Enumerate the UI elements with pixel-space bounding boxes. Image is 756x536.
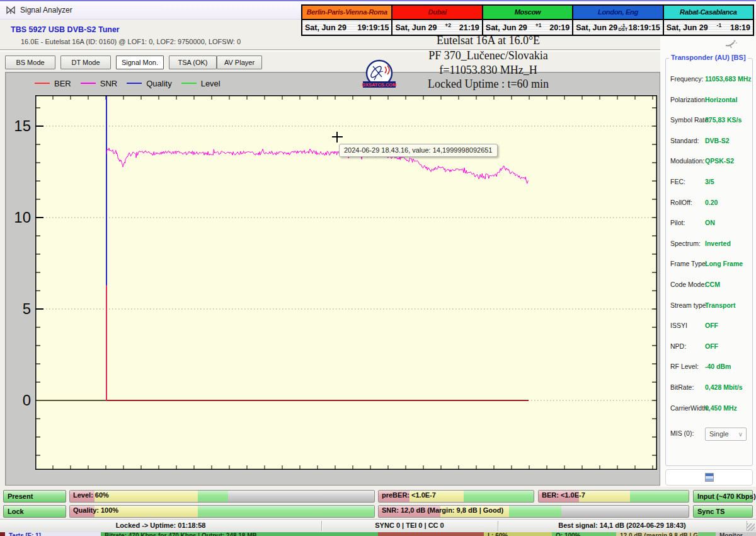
- clock-date-0: Sat, Jun 29: [305, 23, 346, 32]
- transponder-label-16: CarrierWidth:: [670, 404, 709, 412]
- resize-grip[interactable]: [747, 523, 755, 531]
- signal-analyzer-window: Signal Analyzer Berlin-Paris-Vienna-Roma…: [0, 0, 756, 536]
- meter-quality-text: Quality: 100%: [73, 506, 118, 514]
- statusbar-sync: SYNC 0 | TEI 0 | CC 0: [321, 521, 498, 529]
- transponder-label-14: RF Level:: [670, 363, 699, 370]
- meter-quality-segment-2: [198, 506, 374, 517]
- transponder-value-15: 0,428 Mbit/s: [705, 383, 743, 391]
- tab-signal-mon-[interactable]: Signal Mon.: [116, 55, 164, 69]
- transponder-value-13: OFF: [705, 342, 718, 350]
- transponder-label-2: Symbol Rate:: [670, 116, 710, 124]
- transponder-row-6: RollOff:0.20: [666, 199, 752, 211]
- transponder-value-4: QPSK-S2: [705, 157, 734, 165]
- transponder-value-3: DVB-S2: [705, 137, 730, 144]
- crosshair-cursor-v: [336, 132, 338, 143]
- clock-time-value-2: 20:19: [549, 23, 570, 32]
- clock-offset-sup-2: +1: [536, 22, 542, 28]
- clock-offset-1: +2: [437, 22, 459, 32]
- clock-city-1: Dubai: [392, 6, 481, 20]
- legend-item-ber: BER: [35, 79, 71, 88]
- clock-time-value-0: 19:19:15: [357, 23, 389, 32]
- transponder-value-5: 3/5: [705, 178, 714, 185]
- mis-dropdown[interactable]: Single ∨: [705, 428, 747, 441]
- tab-tsa-ok-[interactable]: TSA (OK): [169, 55, 217, 69]
- clock-time-2: Sat, Jun 29+120:19: [483, 20, 572, 35]
- meter-level: Level: 60%: [69, 490, 375, 503]
- badge-present: Present: [3, 490, 66, 503]
- tuner-name: TBS 5927 USB DVB-S2 Tuner: [11, 25, 120, 34]
- status-bar: Locked -> Uptime: 01:18:58 SYNC 0 | TEI …: [0, 519, 756, 532]
- meter-level-text: Level: 60%: [73, 491, 109, 499]
- stream-list-button[interactable]: [665, 469, 753, 486]
- dxsatcs-logo-text: DXSATCS.COM: [362, 82, 397, 88]
- clock-offset-sup-1: +2: [445, 22, 451, 28]
- transponder-label-11: Stream type:: [670, 301, 708, 309]
- legend-item-quality: Quality: [127, 79, 171, 88]
- transponder-value-7: ON: [705, 219, 715, 226]
- transponder-groupbox: Transponder (AU) [BS] Frequency:11053,68…: [665, 58, 753, 466]
- legend-line-level: [181, 83, 197, 84]
- transponder-label-8: Spectrum:: [670, 240, 701, 247]
- legend-line-quality: [127, 83, 142, 84]
- legend-item-snr: SNR: [81, 79, 117, 88]
- tab-dt-mode[interactable]: DT Mode: [60, 55, 111, 69]
- y-tick-label-5: 5: [7, 301, 31, 317]
- clock-time-1: Sat, Jun 29+221:19: [392, 20, 481, 35]
- transponder-row-7: Pilot:ON: [666, 219, 752, 231]
- strip-segment-0: [0, 532, 5, 536]
- meter-level-segment-1: [94, 491, 198, 502]
- world-clock-panel: Berlin-Paris-Vienna-RomaSat, Jun 2919:19…: [301, 4, 754, 36]
- strip-segment-8: Monitor: [716, 532, 756, 536]
- chart-panel: BERSNRQualityLevel 051015: [5, 72, 660, 486]
- y-tick-label-15: 15: [7, 119, 31, 134]
- legend-label-snr: SNR: [100, 79, 117, 88]
- transponder-row-2: Symbol Rate:375,83 KS/s: [666, 116, 752, 129]
- statusbar-divider: [498, 521, 498, 531]
- chevron-down-icon: ∨: [738, 428, 743, 440]
- transponder-value-1: Horizontal: [705, 96, 737, 103]
- meter-preber: preBER: <1.0E-7: [378, 490, 534, 503]
- satellite-dish-icon: [723, 37, 738, 49]
- transponder-label-10: Code Mode:: [670, 281, 706, 288]
- tab-bs-mode[interactable]: BS Mode: [5, 55, 55, 69]
- legend-item-level: Level: [181, 79, 220, 88]
- strip-segment-3: [378, 532, 484, 536]
- mis-row: MIS (0): Single ∨: [666, 429, 752, 443]
- badge-sync_ts: Sync TS: [693, 505, 753, 518]
- meter-preber-text: preBER: <1.0E-7: [382, 491, 436, 499]
- tab-av-player[interactable]: AV Player: [217, 55, 262, 69]
- meter-ber: BER: <1.0E-7: [538, 490, 689, 503]
- transponder-row-11: Stream type:Transport: [666, 301, 752, 314]
- statusbar-divider: [321, 521, 322, 531]
- meter-snr-segment-2: [509, 506, 562, 517]
- clock-time-value-4: 18:19: [730, 23, 750, 32]
- y-tick-label-10: 10: [7, 210, 31, 225]
- transponder-label-7: Pilot:: [670, 219, 685, 226]
- meter-quality: Quality: 100%: [69, 505, 375, 518]
- antenna-app-icon: [6, 5, 16, 15]
- clock-city-2: Moscow: [483, 6, 572, 20]
- transponder-value-0: 11053,683 MHz: [705, 75, 752, 83]
- transponder-row-1: Polarization:Horizontal: [666, 96, 752, 108]
- transponder-label-6: RollOff:: [670, 199, 692, 206]
- strip-segment-6: 12,0 dB (margin 9,8 dB | Good): [616, 532, 698, 536]
- stream-list-icon: [705, 473, 714, 482]
- strip-segment-1: Tarts [F: 1]: [5, 532, 101, 536]
- legend-line-snr: [81, 83, 96, 84]
- statusbar-best-signal: Best signal: 14,1 dB (2024-06-29 18:43): [498, 521, 747, 529]
- clock-time-3: Sat, Jun 29-1DST18:19:15: [573, 20, 662, 35]
- transponder-row-0: Frequency:11053,683 MHz: [666, 75, 752, 88]
- meter-snr: SNR: 12,0 dB (Margin: 9,8 dB | Good): [378, 505, 689, 518]
- clock-date-3: Sat, Jun 29: [576, 23, 617, 32]
- transponder-value-14: -40 dBm: [705, 363, 731, 370]
- clock-date-1: Sat, Jun 29: [395, 23, 437, 32]
- transponder-row-15: BitRate:0,428 Mbit/s: [666, 383, 752, 396]
- meter-ber-segment-1: [579, 491, 630, 502]
- chart-legend: BERSNRQualityLevel: [35, 76, 230, 90]
- clock-city-0: Berlin-Paris-Vienna-Roma: [302, 6, 391, 20]
- transponder-row-16: CarrierWidth:0,450 MHz: [666, 404, 752, 417]
- clock-3: London, EngSat, Jun 29-1DST18:19:15: [573, 6, 663, 35]
- clock-city-4: Rabat-Casablanca: [664, 6, 753, 20]
- transponder-label-13: NPD:: [670, 342, 686, 350]
- clock-offset-stack-3: -1DST: [618, 24, 627, 32]
